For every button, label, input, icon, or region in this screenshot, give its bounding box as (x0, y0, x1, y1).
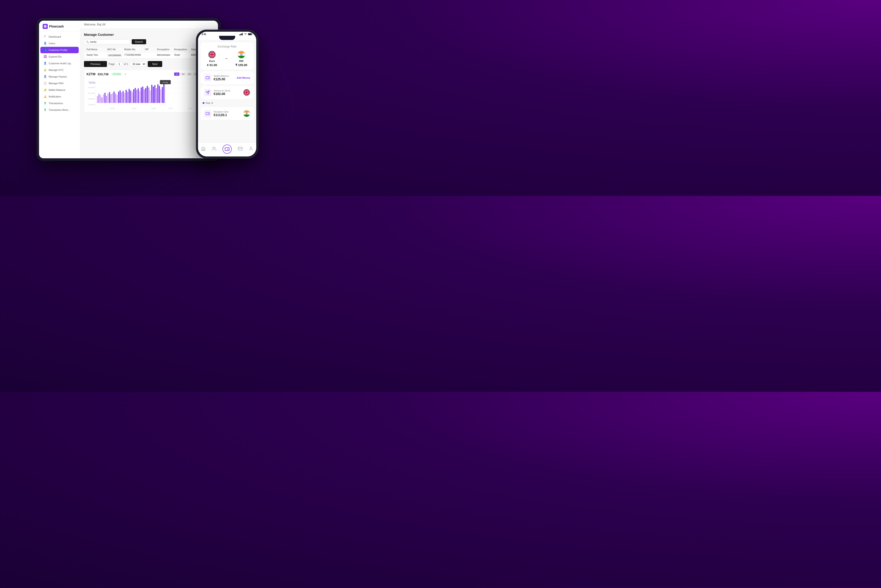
pan-icon: 📋 (44, 82, 47, 85)
sidebar-item-manage-kyc[interactable]: 🔒 Manage KYC (41, 67, 79, 73)
home-icon (201, 146, 206, 152)
wallet-nav-icon (238, 146, 243, 152)
svg-rect-90 (246, 89, 247, 96)
customer-profile-icon: 👥 (44, 48, 47, 52)
col-mobile: Mobile No. (125, 48, 145, 51)
rows-select[interactable]: 10 rows (130, 62, 146, 66)
svg-rect-56 (162, 87, 163, 103)
svg-rect-53 (158, 84, 159, 103)
svg-rect-42 (141, 87, 142, 103)
col-ukcno: UKC No (107, 48, 125, 51)
sidebar-item-dashboard[interactable]: ⏱ Dashboard (41, 33, 79, 40)
svg-rect-45 (145, 88, 146, 103)
sidebar-item-transactions[interactable]: 💲 Transactions (41, 100, 79, 106)
fee-row: Fee: 0 (201, 101, 254, 105)
search-icon: 🔍 (86, 40, 89, 43)
tf-5h[interactable]: 5H (187, 72, 192, 76)
exchange-row: Euro € 01.00 → (204, 51, 251, 67)
sidebar-item-notification[interactable]: 🔔 Notification (41, 93, 79, 100)
page-number-input[interactable] (116, 62, 123, 66)
chart-title-area: KZTM €23,738 +23.6% ▼ (87, 72, 127, 76)
svg-text:€23,000: €23,000 (89, 82, 95, 84)
cell-vip (145, 54, 157, 57)
wallet-left: Wallet Balance €125.00 (204, 74, 229, 81)
phone-status-bar: 9:41 (198, 32, 256, 40)
cell-designation: Tester (174, 54, 191, 57)
sidebar-item-audit-log[interactable]: 👤 Customer Audit Log (41, 60, 79, 66)
sidebar-item-manage-payees[interactable]: 👤 Manage Payees (41, 74, 79, 80)
tf-1h[interactable]: 1H (174, 72, 180, 76)
from-currency-box: Euro € 01.00 (207, 51, 217, 67)
svg-rect-73 (248, 33, 251, 35)
sidebar-item-users[interactable]: 👤 Users (41, 40, 79, 46)
svg-rect-50 (153, 87, 154, 103)
search-input-wrap: 🔍 (84, 39, 130, 44)
nav-home[interactable] (201, 146, 206, 152)
svg-rect-19 (106, 96, 107, 103)
svg-rect-15 (100, 95, 101, 103)
nav-users[interactable] (212, 146, 216, 152)
next-button[interactable]: Next (148, 61, 162, 67)
from-flag (208, 51, 216, 59)
svg-rect-44 (144, 89, 145, 103)
nav-wallet[interactable] (238, 146, 243, 152)
recipient-info: Recipient Gets €11120.1 (214, 111, 229, 117)
notification-icon: 🔔 (44, 95, 47, 98)
page-label: Page (109, 63, 115, 65)
table-header: Full Name UKC No Mobile No. VIP Occupati… (84, 47, 214, 52)
sidebar-nav: ⏱ Dashboard 👤 Users 👥 Customer Profile 🆔… (39, 32, 80, 158)
status-row: 9:41 (198, 33, 256, 36)
sidebar-label-manage-pan: Manage PAN (49, 82, 63, 85)
svg-rect-32 (126, 90, 127, 103)
search-input[interactable] (90, 40, 128, 43)
svg-rect-36 (132, 92, 133, 103)
recipient-gets-label: Recipient Gets (214, 111, 229, 113)
nav-profile[interactable] (249, 146, 253, 152)
send-currency-flag (243, 89, 250, 96)
tf-3h[interactable]: 3H (180, 72, 186, 76)
payees-icon: 👤 (44, 75, 47, 78)
expired-ids-icon: 🆔 (44, 55, 47, 58)
svg-rect-51 (155, 85, 156, 103)
dashboard-icon: ⏱ (44, 35, 47, 38)
table-row[interactable]: Sanity Test UKC0066000 7733298244466 Adm… (84, 52, 214, 58)
nav-exchange[interactable] (222, 144, 232, 154)
svg-text:Jul 19: Jul 19 (132, 107, 136, 110)
previous-button[interactable]: Previous (84, 61, 107, 67)
svg-rect-57 (164, 84, 165, 103)
svg-rect-97 (225, 148, 229, 151)
sidebar-item-wallet-balance[interactable]: 💰 Wallet Balance (41, 87, 79, 93)
chart-container: €23,000 €22,000 €21,000 €20,000 €19,000 (87, 78, 212, 110)
svg-rect-13 (97, 96, 98, 103)
dropdown-icon[interactable]: ▼ (125, 73, 127, 75)
chart-change: +23.6% (111, 72, 122, 76)
svg-rect-78 (212, 51, 212, 58)
sidebar-item-expired-ids[interactable]: 🆔 Expired IDs (41, 54, 79, 60)
svg-rect-30 (123, 91, 124, 103)
sidebar-item-transaction-moni[interactable]: 💲 Transaction Moni... (41, 106, 79, 113)
sidebar-item-manage-pan[interactable]: 📋 Manage PAN (41, 80, 79, 87)
exchange-rate-title: Exchange Rate (204, 45, 251, 48)
phone-device: 9:41 (196, 30, 258, 158)
manage-header: Manage Customer Sort By (84, 32, 214, 37)
sidebar-logo: F Flowcash (39, 21, 80, 32)
phone-time: 9:41 (202, 33, 206, 36)
amount-to-send-value: €102.00 (214, 92, 230, 96)
svg-text:Jul 21: Jul 21 (168, 107, 173, 110)
svg-rect-69 (241, 33, 242, 35)
cell-occupation: Administrator (157, 54, 174, 57)
add-money-button[interactable]: Add Money (237, 76, 250, 79)
svg-rect-40 (138, 88, 139, 103)
sidebar-label-wallet-balance: Wallet Balance (49, 88, 65, 91)
page-info: Page of 1 (109, 62, 128, 66)
to-currency-box: INR ₹ 105.00 (236, 51, 247, 67)
svg-rect-48 (150, 90, 151, 103)
fee-dot-icon (203, 102, 204, 104)
search-button[interactable]: Search (132, 39, 146, 44)
sidebar-item-customer-profile[interactable]: 👥 Customer Profile (41, 47, 79, 53)
wallet-info: Wallet Balance €125.00 (214, 75, 229, 81)
col-vip: VIP (145, 48, 157, 51)
to-currency-amount: ₹ 105.00 (236, 63, 247, 67)
exchange-arrow-icon: → (224, 56, 228, 61)
svg-rect-70 (242, 33, 243, 35)
